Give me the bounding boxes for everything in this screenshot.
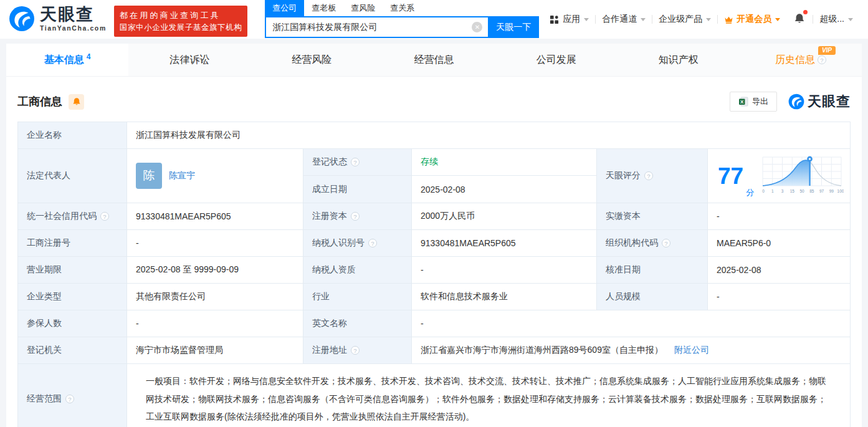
- svg-text:97: 97: [819, 189, 824, 193]
- business-info-table: 企业名称 浙江国算科技发展有限公司 法定代表人 陈 陈宣宇 登记状态? 存续 成…: [17, 122, 851, 427]
- menu-apps[interactable]: 应用: [543, 14, 595, 25]
- svg-text:1: 1: [771, 189, 774, 193]
- svg-text:100: 100: [837, 189, 844, 193]
- tianyancha-logo-icon: [9, 6, 35, 32]
- tianyancha-logo[interactable]: 天眼查 TianYanCha.com: [9, 6, 107, 32]
- value-paid-capital: -: [708, 203, 851, 230]
- label-insured-count: 参保人数: [18, 310, 127, 337]
- monitor-bell-button[interactable]: [69, 94, 84, 110]
- search-tabs: 查公司 查老板 查风险 查关系: [265, 0, 539, 16]
- apps-grid-icon: [550, 15, 559, 24]
- value-reg-number: -: [127, 230, 303, 257]
- score-distribution-chart: 0 1 3 15 50 85 97 99 100: [761, 155, 844, 197]
- value-business-scope: 一般项目：软件开发；网络与信息安全软件开发；技术服务、技术开发、技术咨询、技术交…: [127, 364, 851, 427]
- section-title: 工商信息: [17, 94, 62, 109]
- section-tab-bar: 基本信息 4 法律诉讼 经营风险 经营信息 公司发展 知识产权 VIP 历史信息…: [6, 44, 862, 77]
- search-block: 查公司 查老板 查风险 查关系 ✕ 天眼一下: [265, 0, 539, 38]
- bell-icon: [794, 13, 805, 24]
- label-paid-capital: 实缴资本: [597, 203, 708, 230]
- chevron-down-icon: [775, 18, 780, 21]
- top-menu: 应用 合作通道 企业级产品 开通会员 超级...: [543, 0, 859, 39]
- logo-title: 天眼查: [40, 6, 107, 23]
- logo-domain: TianYanCha.com: [40, 25, 107, 32]
- vip-badge: VIP: [818, 46, 836, 55]
- tab-legal-proceedings[interactable]: 法律诉讼: [128, 44, 250, 76]
- label-business-scope: 经营范围?: [18, 364, 127, 427]
- menu-open-vip[interactable]: 开通会员: [718, 14, 786, 25]
- legal-rep-avatar[interactable]: 陈: [136, 163, 162, 189]
- search-tab-relation[interactable]: 查关系: [383, 0, 422, 16]
- watermark-text: 天眼查: [808, 92, 851, 111]
- value-insured-count: -: [127, 310, 303, 337]
- label-reg-authority: 登记机关: [18, 337, 127, 364]
- search-tab-company[interactable]: 查公司: [265, 0, 304, 16]
- svg-text:15: 15: [790, 189, 795, 193]
- help-icon[interactable]: ?: [818, 55, 826, 64]
- value-tianyan-score[interactable]: 77 分: [708, 149, 851, 203]
- help-icon[interactable]: ?: [644, 171, 653, 180]
- tab-operating-info[interactable]: 经营信息: [373, 44, 495, 76]
- help-icon[interactable]: ?: [351, 212, 360, 221]
- tab-intellectual-property[interactable]: 知识产权: [618, 44, 740, 76]
- label-established-date: 成立日期: [303, 176, 412, 203]
- nearby-companies-link[interactable]: 附近公司: [674, 345, 709, 356]
- value-established-date: 2025-02-08: [412, 176, 596, 203]
- notification-bell[interactable]: [786, 13, 813, 26]
- search-button[interactable]: 天眼一下: [488, 16, 539, 38]
- bell-icon: [72, 97, 81, 106]
- label-taxpayer-id: 纳税人识别号?: [303, 230, 412, 257]
- value-industry: 软件和信息技术服务业: [412, 284, 597, 310]
- label-business-term: 营业期限: [18, 257, 127, 284]
- value-taxpayer-id: 91330481MAEAR5P605: [412, 230, 597, 257]
- score-number: 77: [718, 165, 743, 188]
- notification-dot: [803, 10, 808, 14]
- chevron-down-icon: [706, 18, 711, 21]
- help-icon[interactable]: ?: [65, 395, 74, 403]
- value-company-type: 其他有限责任公司: [127, 284, 303, 310]
- value-approval-date: 2025-02-08: [708, 257, 851, 284]
- help-icon[interactable]: ?: [662, 239, 670, 247]
- label-staff-size: 人员规模: [597, 284, 708, 310]
- value-reg-address: 浙江省嘉兴市海宁市海洲街道海州西路89号609室（自主申报） 附近公司: [412, 337, 851, 364]
- label-legal-rep: 法定代表人: [18, 149, 127, 203]
- watermark-logo: 天眼查: [788, 92, 851, 111]
- label-taxpayer-quality: 纳税人资质: [303, 257, 412, 284]
- help-icon[interactable]: ?: [368, 239, 377, 247]
- label-uscc: 统一社会信用代码?: [18, 203, 127, 230]
- score-unit: 分: [746, 187, 754, 198]
- value-staff-size: -: [708, 284, 851, 310]
- top-header: 天眼查 TianYanCha.com 都在用的商业查询工具 国家中小企业发展子基…: [0, 0, 868, 39]
- menu-partner[interactable]: 合作通道: [596, 14, 652, 25]
- value-company-name: 浙江国算科技发展有限公司: [127, 122, 851, 149]
- value-legal-rep: 陈 陈宣宇: [127, 149, 303, 203]
- vip-crown-icon: [724, 16, 733, 24]
- help-icon[interactable]: ?: [351, 158, 360, 166]
- basic-info-count: 4: [87, 52, 91, 61]
- search-tab-risk[interactable]: 查风险: [343, 0, 383, 16]
- menu-enterprise[interactable]: 企业级产品: [652, 14, 717, 25]
- search-input[interactable]: [265, 16, 488, 38]
- tab-basic-info[interactable]: 基本信息 4: [6, 44, 128, 76]
- label-tianyan-score: 天眼评分?: [597, 149, 708, 203]
- tab-operating-risk[interactable]: 经营风险: [250, 44, 373, 76]
- section-header: 工商信息 X 导出 天眼查: [6, 77, 862, 122]
- label-approval-date: 核准日期: [597, 257, 708, 284]
- help-icon[interactable]: ?: [100, 212, 109, 221]
- help-icon[interactable]: ?: [351, 346, 360, 355]
- menu-super-vip[interactable]: 超级...: [813, 14, 859, 25]
- tianyancha-logo-icon: [788, 94, 804, 110]
- status-date-subgrid: 登记状态? 存续 成立日期 2025-02-08: [303, 149, 597, 203]
- tab-history-info[interactable]: VIP 历史信息 ?: [740, 44, 862, 76]
- label-industry: 行业: [303, 284, 412, 310]
- legal-rep-name-link[interactable]: 陈宣宇: [169, 170, 195, 181]
- label-reg-number: 工商注册号: [18, 230, 127, 257]
- value-reg-capital: 2000万人民币: [412, 203, 597, 230]
- label-reg-address: 注册地址?: [303, 337, 412, 364]
- chevron-down-icon: [848, 18, 853, 21]
- svg-text:0: 0: [762, 189, 765, 193]
- value-english-name: -: [412, 310, 851, 337]
- search-tab-boss[interactable]: 查老板: [304, 0, 343, 16]
- svg-text:50: 50: [800, 189, 805, 193]
- tab-company-development[interactable]: 公司发展: [495, 44, 618, 76]
- export-button[interactable]: X 导出: [730, 92, 777, 112]
